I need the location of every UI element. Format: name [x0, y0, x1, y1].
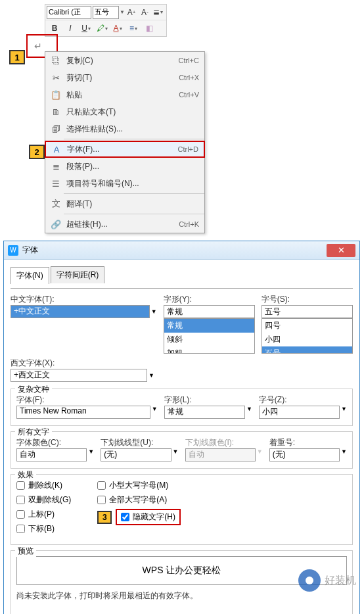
complex-font-label: 字体(F): — [16, 394, 158, 406]
list-item: 四号 — [262, 319, 352, 333]
all-caps-label: 全部大写字母(A) — [109, 494, 167, 506]
menu-cut[interactable]: ✂ 剪切(T) Ctrl+X — [45, 69, 204, 86]
menu-paragraph[interactable]: ≣ 段落(P)... — [45, 158, 204, 175]
emphasis-combo[interactable]: (无) — [269, 448, 340, 461]
all-text-fieldset: 所有文字 字体颜色(C): 自动▼ 下划线线型(U): (无)▼ 下划线颜色(I… — [11, 431, 353, 469]
superscript-check[interactable] — [16, 510, 25, 519]
italic-button[interactable]: I — [62, 21, 78, 35]
cut-icon: ✂ — [49, 71, 62, 84]
all-caps-check[interactable] — [97, 496, 106, 504]
all-text-legend: 所有文字 — [15, 427, 52, 438]
watermark: 好装机 — [298, 569, 356, 592]
double-strike-label: 双删除线(G) — [28, 494, 71, 506]
hidden-text-check[interactable] — [121, 513, 129, 521]
menu-paste[interactable]: 📋 粘贴 Ctrl+V — [45, 86, 204, 103]
eraser-icon[interactable]: ◧ — [141, 21, 157, 35]
dropdown-icon[interactable]: ▼ — [88, 448, 94, 461]
dropdown-icon[interactable]: ▼ — [341, 406, 347, 419]
dropdown-icon[interactable]: ▼ — [173, 448, 179, 461]
style-label: 字形(Y): — [164, 294, 255, 305]
effects-fieldset: 效果 删除线(K) 双删除线(G) 上标(P) 下标(B) 小型大写字母(M) … — [11, 474, 353, 545]
watermark-eye-icon — [298, 569, 321, 592]
font-name-select[interactable] — [47, 6, 91, 19]
shrink-font-icon[interactable]: A- — [138, 5, 151, 20]
list-item: 五号 — [262, 346, 352, 354]
dropdown-icon[interactable]: ▼ — [246, 406, 252, 419]
complex-fieldset: 复杂文种 字体(F): Times New Roman▼ 字形(L): 常规▼ … — [11, 389, 353, 426]
tab-spacing[interactable]: 字符间距(R) — [51, 266, 105, 283]
menu-bullets[interactable]: ☰ 项目符号和编号(N)... — [45, 175, 204, 192]
bullets-icon: ☰ — [49, 177, 62, 190]
menu-copy[interactable]: ⿻ 复制(C) Ctrl+C — [45, 52, 204, 69]
font-color-combo[interactable]: 自动 — [16, 448, 87, 461]
small-caps-label: 小型大写字母(M) — [109, 480, 168, 491]
line-spacing-icon[interactable]: ≣▾ — [152, 5, 165, 20]
font-size-select[interactable] — [93, 6, 119, 19]
annotation-marker-2: 2 — [29, 145, 45, 159]
menu-paste-special[interactable]: 🗐 选择性粘贴(S)... — [45, 120, 204, 137]
font-icon: A — [50, 143, 63, 156]
list-item: 倾斜 — [164, 333, 254, 346]
complex-font-combo[interactable]: Times New Roman — [16, 406, 150, 419]
style-listbox[interactable]: 常规 倾斜 加粗 — [164, 318, 255, 354]
highlight-button[interactable]: 🖍▾ — [94, 21, 110, 35]
context-menu: ⿻ 复制(C) Ctrl+C ✂ 剪切(T) Ctrl+X 📋 粘贴 Ctrl+… — [45, 51, 205, 233]
list-item: 加粗 — [164, 346, 254, 354]
menu-translate[interactable]: 文 翻译(T) — [45, 195, 204, 212]
strikethrough-check[interactable] — [16, 481, 25, 490]
underline-button[interactable]: U▾ — [78, 21, 94, 35]
tab-font[interactable]: 字体(N) — [11, 267, 49, 284]
translate-icon: 文 — [49, 197, 62, 210]
size-listbox[interactable]: 四号 小四 五号 — [262, 318, 353, 354]
app-icon: W — [8, 245, 18, 256]
watermark-text: 好装机 — [325, 574, 356, 588]
subscript-check[interactable] — [16, 525, 25, 533]
underline-style-combo[interactable]: (无) — [101, 448, 171, 461]
west-font-label: 西文字体(X): — [11, 358, 353, 369]
complex-size-label: 字号(Z): — [259, 394, 347, 406]
paragraph-icon: ≣ — [49, 160, 62, 173]
paste-icon: 📋 — [49, 88, 62, 101]
underline-style-label: 下划线线型(U): — [101, 437, 178, 448]
paste-text-icon: 🗎 — [49, 105, 62, 118]
menu-font[interactable]: A 字体(F)... Ctrl+D — [45, 141, 205, 158]
cn-font-combo[interactable]: +中文正文 — [11, 305, 150, 318]
size-label: 字号(S): — [262, 294, 353, 305]
preview-note: 尚未安装此字体，打印时将采用最相近的有效字体。 — [16, 590, 347, 602]
list-item: 小四 — [262, 333, 352, 346]
dropdown-icon: ▼ — [257, 448, 263, 461]
strikethrough-label: 删除线(K) — [28, 480, 62, 491]
grow-font-icon[interactable]: A+ — [125, 5, 138, 20]
dropdown-icon[interactable]: ▼ — [341, 448, 347, 461]
complex-size-combo[interactable]: 小四 — [259, 406, 340, 419]
dialog-title: 字体 — [22, 245, 327, 256]
complex-style-label: 字形(L): — [164, 394, 252, 406]
effects-legend: 效果 — [15, 469, 36, 481]
double-strike-check[interactable] — [16, 496, 25, 504]
list-item: 常规 — [164, 319, 254, 333]
font-dialog: W 字体 ✕ 字体(N) 字符间距(R) 中文字体(T): +中文正文 ▼ 字形… — [3, 241, 360, 614]
annotation-box-3: 隐藏文字(H) — [116, 509, 181, 525]
west-font-combo[interactable]: +西文正文 — [11, 369, 147, 382]
complex-style-combo[interactable]: 常规 — [164, 406, 245, 419]
size-input[interactable] — [262, 305, 353, 318]
hyperlink-icon: 🔗 — [49, 218, 62, 231]
small-caps-check[interactable] — [97, 481, 106, 490]
font-color-button[interactable]: A▾ — [110, 21, 125, 35]
dropdown-icon[interactable]: ▼ — [152, 406, 158, 419]
dialog-titlebar: W 字体 ✕ — [4, 241, 359, 260]
copy-icon: ⿻ — [49, 54, 62, 67]
bold-button[interactable]: B — [47, 21, 62, 35]
dropdown-icon[interactable]: ▼ — [148, 372, 154, 379]
close-button[interactable]: ✕ — [327, 244, 355, 257]
menu-hyperlink[interactable]: 🔗 超链接(H)... Ctrl+K — [45, 216, 204, 233]
style-input[interactable] — [164, 305, 255, 318]
align-button[interactable]: ≡▾ — [125, 21, 141, 35]
underline-color-combo: 自动 — [185, 448, 256, 461]
dropdown-icon[interactable]: ▼ — [120, 9, 125, 15]
menu-paste-text[interactable]: 🗎 只粘贴文本(T) — [45, 103, 204, 120]
preview-text: WPS 让办公更轻松 — [16, 556, 347, 585]
dropdown-icon[interactable]: ▼ — [151, 308, 157, 315]
preview-legend: 预览 — [15, 546, 36, 557]
underline-color-label: 下划线颜色(I): — [185, 437, 263, 448]
